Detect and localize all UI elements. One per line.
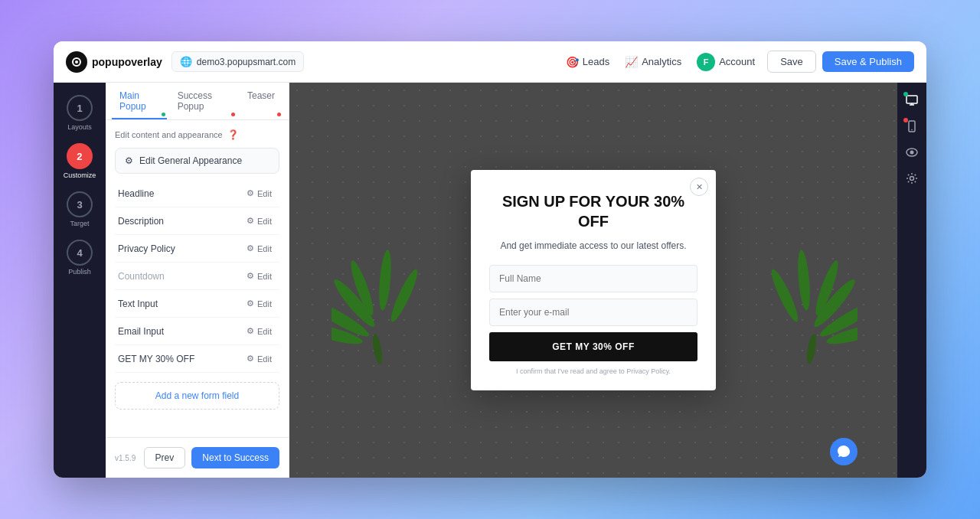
svg-point-10 <box>810 276 858 331</box>
appearance-icon: ⚙ <box>125 155 133 166</box>
popup-cta-button[interactable]: GET MY 30% OFF <box>489 332 697 361</box>
edit-headline-btn[interactable]: ⚙ Edit <box>242 186 276 201</box>
edit-icon: ⚙ <box>247 188 254 198</box>
svg-point-12 <box>812 259 841 317</box>
chat-button[interactable] <box>830 438 858 465</box>
step-label-1: Layouts <box>67 123 92 131</box>
edit-icon-4: ⚙ <box>247 271 254 281</box>
edit-icon-5: ⚙ <box>247 299 254 308</box>
right-toolbar <box>897 83 926 478</box>
mobile-dot <box>903 118 908 122</box>
svg-point-8 <box>332 319 364 348</box>
account-avatar: F <box>697 53 715 71</box>
panel-footer: v1.5.9 Prev Next to Success <box>106 437 289 478</box>
row-headline: Headline ⚙ Edit <box>115 180 279 207</box>
svg-point-13 <box>796 250 812 312</box>
save-publish-button[interactable]: Save & Publish <box>822 51 914 72</box>
tab-teaser[interactable]: Teaser <box>240 83 283 119</box>
logo-text: popupoverlay <box>92 56 162 68</box>
edit-privacy-btn[interactable]: ⚙ Edit <box>242 241 276 256</box>
step-circle-4: 4 <box>67 240 93 266</box>
header-nav: 🎯 Leads 📈 Analytics F Account <box>566 53 755 71</box>
edit-email-btn[interactable]: ⚙ Edit <box>242 324 276 338</box>
logo-icon <box>66 51 87 73</box>
row-privacy-label: Privacy Policy <box>118 243 175 254</box>
step-publish[interactable]: 4 Publish <box>67 240 93 276</box>
popup-title: SIGN UP FOR YOUR 30% OFF <box>489 191 697 231</box>
save-button[interactable]: Save <box>767 51 816 73</box>
tab-success-popup[interactable]: Success Popup <box>170 83 237 119</box>
version-text: v1.5.9 <box>115 454 136 462</box>
popup-privacy-text: I confirm that I've read and agree to Pr… <box>489 367 697 375</box>
tab-main-popup[interactable]: Main Popup <box>112 83 167 119</box>
palm-right-decoration <box>766 196 858 364</box>
email-input[interactable] <box>489 299 697 326</box>
edit-icon-3: ⚙ <box>247 243 254 253</box>
leads-icon: 🎯 <box>566 56 579 68</box>
svg-point-18 <box>911 129 913 131</box>
svg-point-2 <box>371 333 384 364</box>
step-circle-3: 3 <box>67 191 93 217</box>
leads-label: Leads <box>583 56 609 67</box>
sidebar-icons: 1 Layouts 2 Customize 3 Target 4 Publish <box>54 83 106 478</box>
nav-account[interactable]: F Account <box>697 53 755 71</box>
step-circle-1: 1 <box>67 95 93 121</box>
edit-header: Edit content and appearance ❓ <box>115 129 279 140</box>
nav-analytics[interactable]: 📈 Analytics <box>625 56 681 68</box>
main-content: 1 Layouts 2 Customize 3 Target 4 Publish… <box>54 83 926 478</box>
row-email-input: Email Input ⚙ Edit <box>115 318 279 345</box>
svg-rect-16 <box>906 96 917 103</box>
step-target[interactable]: 3 Target <box>67 191 93 227</box>
popup-subtitle: And get immediate access to our latest o… <box>489 239 697 253</box>
header-left: popupoverlay 🌐 demo3.popupsmart.com <box>66 51 566 73</box>
url-text: demo3.popupsmart.com <box>197 57 296 67</box>
svg-point-7 <box>387 267 422 325</box>
popup-modal: ✕ SIGN UP FOR YOUR 30% OFF And get immed… <box>471 170 716 390</box>
svg-point-15 <box>825 319 858 348</box>
edit-description-btn[interactable]: ⚙ Edit <box>242 214 276 228</box>
svg-point-21 <box>910 177 914 181</box>
toolbar-settings-btn[interactable] <box>900 167 923 190</box>
nav-leads[interactable]: 🎯 Leads <box>566 56 609 68</box>
url-bar[interactable]: 🌐 demo3.popupsmart.com <box>172 51 304 72</box>
step-layouts[interactable]: 1 Layouts <box>67 95 93 131</box>
fullname-input[interactable] <box>489 265 697 292</box>
step-customize[interactable]: 2 Customize <box>64 143 96 179</box>
logo: popupoverlay <box>66 51 162 73</box>
edit-general-label: Edit General Appearance <box>139 155 242 166</box>
edit-text-input-btn[interactable]: ⚙ Edit <box>242 296 276 311</box>
row-text-input-label: Text Input <box>118 299 158 309</box>
help-icon: ❓ <box>227 129 239 140</box>
edit-header-text: Edit content and appearance <box>115 130 223 139</box>
svg-point-14 <box>768 267 802 325</box>
globe-icon: 🌐 <box>180 56 192 67</box>
panel: Main Popup Success Popup Teaser Edit con… <box>106 83 289 478</box>
popup-close-button[interactable]: ✕ <box>690 178 708 196</box>
step-label-4: Publish <box>68 268 91 276</box>
row-description-label: Description <box>118 216 164 227</box>
add-form-field-button[interactable]: Add a new form field <box>115 382 279 410</box>
edit-cta-btn[interactable]: ⚙ Edit <box>242 351 276 366</box>
toolbar-preview-btn[interactable] <box>900 141 923 164</box>
edit-countdown-btn[interactable]: ⚙ Edit <box>242 269 276 283</box>
tab-dot-success <box>231 113 235 116</box>
step-circle-2: 2 <box>67 143 93 169</box>
step-label-3: Target <box>70 220 89 227</box>
next-button[interactable]: Next to Success <box>191 447 279 468</box>
svg-point-5 <box>347 259 377 317</box>
step-label-2: Customize <box>64 171 96 179</box>
row-cta-label: GET MY 30% OFF <box>118 354 194 364</box>
tab-dot-teaser <box>277 113 281 116</box>
analytics-icon: 📈 <box>625 56 638 68</box>
row-headline-label: Headline <box>118 188 154 199</box>
edit-general-btn[interactable]: ⚙ Edit General Appearance <box>115 148 279 174</box>
prev-button[interactable]: Prev <box>144 447 186 468</box>
palm-left-decoration <box>332 196 423 364</box>
analytics-label: Analytics <box>642 56 681 67</box>
toolbar-mobile-btn[interactable] <box>900 115 923 138</box>
edit-icon-2: ⚙ <box>247 216 254 226</box>
account-label: Account <box>719 56 755 67</box>
toolbar-desktop-btn[interactable] <box>900 89 923 112</box>
row-cta: GET MY 30% OFF ⚙ Edit <box>115 345 279 373</box>
row-countdown-label: Countdown <box>118 271 165 282</box>
